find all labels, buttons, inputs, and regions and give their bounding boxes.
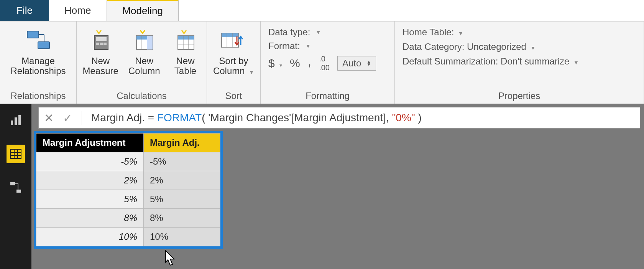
svg-rect-15 xyxy=(178,36,194,40)
decimal-places-value: Auto xyxy=(342,58,361,69)
currency-button[interactable]: $ ▾ xyxy=(268,57,282,70)
formula-prefix: Margin Adj. = xyxy=(91,112,157,124)
new-measure-label: New Measure xyxy=(82,56,118,76)
svg-rect-0 xyxy=(27,31,39,38)
svg-rect-24 xyxy=(15,117,17,125)
cancel-formula-button[interactable]: ✕ xyxy=(44,111,54,125)
svg-rect-8 xyxy=(104,43,107,45)
formula-string: "0%" xyxy=(392,112,415,124)
group-sort-label: Sort xyxy=(211,89,256,101)
svg-rect-6 xyxy=(96,43,99,45)
group-formatting-label: Formatting xyxy=(264,89,391,101)
svg-rect-23 xyxy=(11,120,13,125)
summarization-dropdown[interactable]: Default Summarization: Don't summarize ▼ xyxy=(402,56,579,67)
group-relationships-label: Relationships xyxy=(4,89,72,101)
formula-text[interactable]: Margin Adj. = FORMAT( 'Margin Changes'[M… xyxy=(91,112,422,124)
svg-rect-5 xyxy=(96,37,107,41)
formula-bar[interactable]: ✕ ✓ Margin Adj. = FORMAT( 'Margin Change… xyxy=(38,107,640,129)
svg-rect-31 xyxy=(10,182,15,185)
divider xyxy=(82,111,82,125)
new-measure-button[interactable]: New Measure xyxy=(81,25,120,78)
data-type-label: Data type: xyxy=(268,27,310,38)
new-table-button[interactable]: New Table xyxy=(169,25,202,78)
stepper-icon: ▲▼ xyxy=(366,61,371,66)
model-view-button[interactable] xyxy=(7,178,25,197)
manage-relationships-button[interactable]: Manage Relationships xyxy=(9,25,67,78)
chevron-down-icon: ▾ xyxy=(279,62,282,68)
format-dropdown[interactable]: Format: ▼ xyxy=(268,41,376,51)
chevron-down-icon: ▼ xyxy=(315,29,321,35)
chevron-down-icon: ▼ xyxy=(306,43,311,49)
svg-rect-20 xyxy=(222,33,238,37)
format-label: Format: xyxy=(268,41,300,51)
decimals-icon: .0.00 xyxy=(319,54,330,72)
data-table[interactable]: Margin Adjustment Margin Adj. -5%-5%2%2%… xyxy=(36,133,220,246)
table-row[interactable]: 2%2% xyxy=(36,171,220,190)
measure-icon xyxy=(85,27,116,54)
svg-rect-25 xyxy=(18,115,21,125)
sort-by-column-button[interactable]: Sort by Column ▼ xyxy=(212,25,256,78)
work-area: ✕ ✓ Margin Adj. = FORMAT( 'Margin Change… xyxy=(0,104,644,269)
cell-margin-adj[interactable]: 10% xyxy=(144,228,220,246)
new-column-button[interactable]: New Column xyxy=(127,25,162,78)
commit-formula-button[interactable]: ✓ xyxy=(63,111,72,125)
column-header-margin-adjustment[interactable]: Margin Adjustment xyxy=(36,134,144,152)
cell-margin-adjustment[interactable]: 2% xyxy=(36,171,144,190)
svg-rect-1 xyxy=(38,42,49,49)
relationships-icon xyxy=(23,27,54,54)
decimal-places-stepper[interactable]: Auto ▲▼ xyxy=(337,56,376,71)
tab-file[interactable]: File xyxy=(0,0,49,21)
ribbon-tabs: File Home Modeling xyxy=(0,0,644,21)
table-row[interactable]: 8%8% xyxy=(36,209,220,228)
new-table-icon xyxy=(170,27,201,54)
formula-close: ) xyxy=(415,112,422,124)
sort-by-column-label: Sort by Column ▼ xyxy=(213,56,254,76)
tab-modeling[interactable]: Modeling xyxy=(107,0,179,21)
manage-relationships-label: Manage Relationships xyxy=(10,56,66,76)
column-header-margin-adj[interactable]: Margin Adj. xyxy=(144,134,220,152)
svg-rect-7 xyxy=(100,43,103,45)
cursor-icon xyxy=(161,250,176,268)
table-row[interactable]: 10%10% xyxy=(36,228,220,246)
chevron-down-icon: ▼ xyxy=(458,30,463,36)
cell-margin-adjustment[interactable]: 8% xyxy=(36,209,144,228)
cell-margin-adj[interactable]: 2% xyxy=(144,171,220,190)
data-view-button[interactable] xyxy=(7,145,25,163)
view-switcher xyxy=(0,104,31,269)
sort-icon xyxy=(218,27,249,54)
report-view-button[interactable] xyxy=(7,111,25,129)
data-category-label: Data Category: Uncategorized xyxy=(402,41,526,52)
tab-home[interactable]: Home xyxy=(49,0,107,21)
home-table-label: Home Table: xyxy=(402,27,454,37)
svg-rect-13 xyxy=(147,36,153,50)
chevron-down-icon: ▼ xyxy=(573,59,579,66)
percent-button[interactable]: % xyxy=(290,57,300,70)
cell-margin-adjustment[interactable]: 10% xyxy=(36,228,144,246)
formula-function: FORMAT xyxy=(157,112,202,124)
thousand-sep-button[interactable]: , xyxy=(308,54,311,69)
data-table-selection: Margin Adjustment Margin Adj. -5%-5%2%2%… xyxy=(34,131,223,249)
data-type-dropdown[interactable]: Data type: ▼ xyxy=(268,27,376,38)
data-category-dropdown[interactable]: Data Category: Uncategorized ▼ xyxy=(402,41,579,52)
formula-arg: 'Margin Changes'[Margin Adjustment], xyxy=(205,112,392,124)
cell-margin-adj[interactable]: 5% xyxy=(144,190,220,209)
table-row[interactable]: -5%-5% xyxy=(36,152,220,171)
svg-rect-26 xyxy=(10,149,21,158)
group-properties-label: Properties xyxy=(399,89,640,101)
table-row[interactable]: 5%5% xyxy=(36,190,220,209)
svg-rect-32 xyxy=(16,190,21,193)
new-column-icon xyxy=(129,27,159,54)
home-table-dropdown[interactable]: Home Table: ▼ xyxy=(402,27,579,38)
cell-margin-adjustment[interactable]: -5% xyxy=(36,152,144,171)
chevron-down-icon: ▼ xyxy=(249,69,254,75)
cell-margin-adjustment[interactable]: 5% xyxy=(36,190,144,209)
ribbon: Manage Relationships Relationships N xyxy=(0,21,644,104)
summarization-label: Default Summarization: Don't summarize xyxy=(402,56,569,66)
cell-margin-adj[interactable]: -5% xyxy=(144,152,220,171)
chevron-down-icon: ▼ xyxy=(531,45,536,51)
new-column-label: New Column xyxy=(128,56,160,76)
new-table-label: New Table xyxy=(174,56,196,76)
cell-margin-adj[interactable]: 8% xyxy=(144,209,220,228)
group-calculations-label: Calculations xyxy=(80,89,203,101)
